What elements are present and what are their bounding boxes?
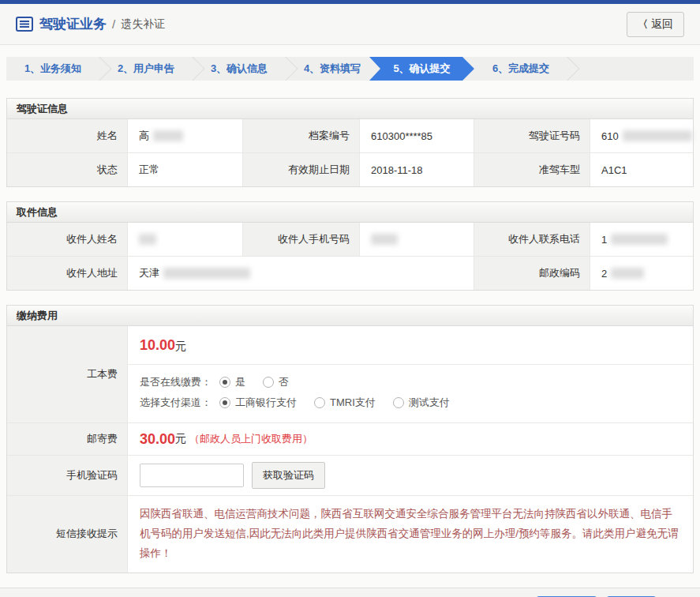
radio-channel-tmri-label[interactable]: TMRI支付 [330,396,376,410]
recipient-phone-value: 1 [590,223,693,256]
sms-notice-label: 短信接收提示 [7,496,127,573]
vehicle-class-value: A1C1 [590,153,693,186]
list-document-icon [16,17,33,32]
step-bar-filler [567,57,694,81]
payment-section: 缴纳费用 工本费 10.00元 是否在线缴费： 是 否 选择支付渠道： 工商银行… [6,305,694,573]
status-label: 状态 [7,153,127,186]
license-no-value: 610 [590,119,693,152]
back-button-label: 返回 [651,17,673,32]
step-2-user-declaration[interactable]: 2、用户申告 [99,57,193,81]
radio-online-no[interactable] [263,377,274,388]
recipient-name-value [127,223,242,256]
card-fee-amount: 10.00元 [128,326,693,364]
pickup-info-title: 取件信息 [7,202,693,223]
status-value: 正常 [127,153,242,186]
step-6-complete-submit[interactable]: 6、完成提交 [474,57,567,81]
payment-channel-question-row: 选择支付渠道： 工商银行支付 TMRI支付 测试支付 [140,392,681,413]
redacted-text [139,234,156,245]
step-1-business-notes[interactable]: 1、业务须知 [6,57,99,81]
postcode-label: 邮政编码 [474,257,590,290]
sms-code-input[interactable] [140,464,244,487]
step-5-confirm-submit-active[interactable]: 5、确认提交 [369,57,474,81]
online-payment-question-row: 是否在线缴费： 是 否 [140,372,681,392]
redacted-text [623,130,692,141]
page-title: 驾驶证业务 [39,15,107,33]
redacted-text [371,234,398,245]
sms-notice-row: 短信接收提示 因陕西省联通、电信运营商技术问题，陕西省互联网交通安全综合服务管理… [7,495,693,573]
step-wizard: 1、业务须知 2、用户申告 3、确认信息 4、资料填写 5、确认提交 6、完成提… [6,57,694,81]
table-row: 收件人地址 天津 邮政编码 2 [7,256,693,290]
sms-code-row: 手机验证码 获取验证码 [7,455,693,495]
breadcrumb-separator: / [112,17,115,31]
license-no-label: 驾驶证号码 [474,119,590,152]
radio-online-yes-label[interactable]: 是 [235,375,245,389]
vehicle-class-label: 准驾车型 [474,153,590,186]
payment-title: 缴纳费用 [7,306,693,326]
name-value: 高 [127,119,242,152]
table-row: 姓名 高 档案编号 610300****85 驾驶证号码 610 [7,119,693,152]
redacted-text [611,268,644,279]
back-chevron-icon: 〈 [638,17,648,32]
radio-channel-test-label[interactable]: 测试支付 [409,396,450,410]
table-row: 收件人姓名 收件人手机号码 收件人联系电话 1 [7,223,693,256]
step-4-fill-data[interactable]: 4、资料填写 [286,57,379,81]
radio-channel-test[interactable] [393,397,404,408]
get-sms-code-button[interactable]: 获取验证码 [252,462,325,489]
radio-online-no-label[interactable]: 否 [279,375,289,389]
redacted-text [611,234,668,245]
radio-channel-icbc[interactable] [219,397,230,408]
step-3-confirm-info[interactable]: 3、确认信息 [193,57,286,81]
expiry-value: 2018-11-18 [359,153,474,186]
page-header: 驾驶证业务 / 遗失补证 〈 返回 [0,4,700,45]
recipient-mobile-value [359,223,474,256]
license-info-title: 驾驶证信息 [7,99,693,119]
recipient-address-label: 收件人地址 [7,257,127,290]
recipient-address-value: 天津 [127,257,474,290]
pickup-info-section: 取件信息 收件人姓名 收件人手机号码 收件人联系电话 1 收件人地址 天津 邮政… [6,201,694,291]
redacted-text [153,130,183,141]
radio-channel-icbc-label[interactable]: 工商银行支付 [235,396,297,410]
expiry-label: 有效期止日期 [242,153,359,186]
footer-action-bar: 上一步 完成 [0,588,700,597]
back-button[interactable]: 〈 返回 [627,12,684,37]
recipient-phone-label: 收件人联系电话 [474,223,590,256]
sms-notice-text: 因陕西省联通、电信运营商技术问题，陕西省互联网交通安全综合服务管理平台无法向持陕… [127,496,693,573]
recipient-mobile-label: 收件人手机号码 [242,223,359,256]
file-no-value: 610300****85 [359,119,474,152]
sms-code-label: 手机验证码 [7,456,127,495]
recipient-name-label: 收件人姓名 [7,223,127,256]
redacted-text [163,268,250,279]
radio-online-yes[interactable] [219,377,230,388]
card-fee-label: 工本费 [7,326,127,422]
postage-amount-number: 30.00 [140,431,175,448]
card-fee-row: 工本费 10.00元 是否在线缴费： 是 否 选择支付渠道： 工商银行支付 [7,326,693,422]
postage-note: （邮政人员上门收取费用） [189,432,313,446]
online-payment-question: 是否在线缴费： [140,375,211,389]
breadcrumb-current: 遗失补证 [121,17,165,32]
postage-unit: 元 [175,432,186,446]
license-info-section: 驾驶证信息 姓名 高 档案编号 610300****85 驾驶证号码 610 状… [6,98,694,187]
radio-channel-tmri[interactable] [314,397,325,408]
name-label: 姓名 [7,119,127,152]
postage-fee-row: 邮寄费 30.00元 （邮政人员上门收取费用） [7,422,693,455]
postage-label: 邮寄费 [7,423,127,455]
card-fee-amount-number: 10.00 [140,337,175,353]
file-no-label: 档案编号 [242,119,359,152]
payment-channel-question: 选择支付渠道： [140,396,211,410]
postcode-value: 2 [590,257,693,290]
card-fee-unit: 元 [175,340,186,352]
table-row: 状态 正常 有效期止日期 2018-11-18 准驾车型 A1C1 [7,152,693,186]
